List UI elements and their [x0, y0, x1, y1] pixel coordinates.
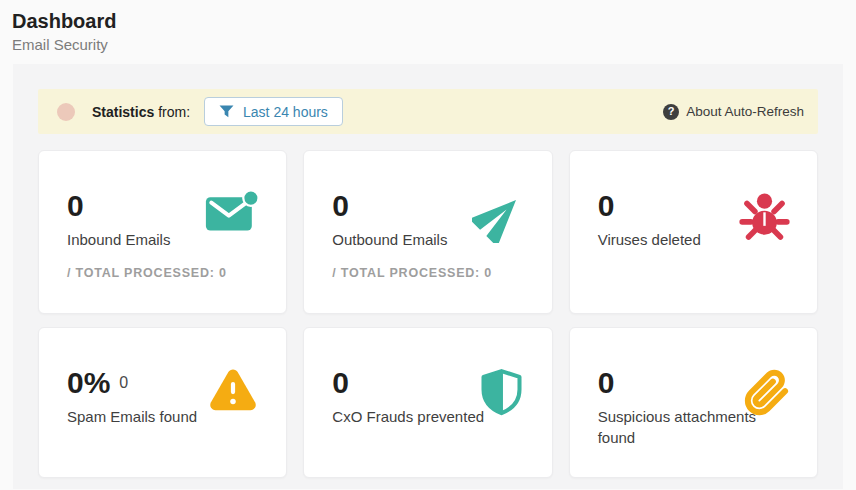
spam-percent-value: 0%: [67, 368, 110, 398]
inbound-emails-value: 0: [67, 191, 84, 221]
page-subtitle: Email Security: [12, 36, 844, 53]
stat-card-cxo-frauds: 0 CxO Frauds prevented: [303, 327, 552, 478]
statistics-label: Statistics from:: [92, 104, 190, 120]
paper-plane-icon: [472, 190, 525, 243]
time-range-label: Last 24 hours: [243, 104, 328, 120]
cxo-frauds-label: CxO Frauds prevented: [332, 406, 500, 427]
suspicious-attachments-label: Suspicious attachments found: [598, 406, 766, 448]
stat-card-suspicious-attachments: 0 Suspicious attachments found: [569, 327, 818, 478]
cxo-frauds-value: 0: [332, 368, 349, 398]
envelope-icon: [205, 190, 259, 235]
statistics-label-bold: Statistics: [92, 104, 154, 120]
stat-card-viruses-deleted: 0 Viruses deleted: [569, 150, 818, 314]
stat-cards-grid: 0 Inbound Emails / TOTAL PROCESSED: 0 0 …: [38, 150, 818, 478]
outbound-total-processed: / TOTAL PROCESSED: 0: [332, 266, 525, 280]
outbound-emails-value: 0: [332, 191, 349, 221]
shield-icon: [478, 367, 525, 417]
warning-triangle-icon: [207, 367, 259, 414]
bug-icon: [739, 190, 790, 241]
status-indicator-dot: [57, 103, 75, 121]
statistics-bar: Statistics from: Last 24 hours ? About A…: [38, 89, 818, 134]
suspicious-attachments-value: 0: [598, 368, 615, 398]
stat-card-outbound-emails: 0 Outbound Emails / TOTAL PROCESSED: 0: [303, 150, 552, 314]
question-circle-icon: ?: [663, 104, 679, 120]
inbound-total-processed: / TOTAL PROCESSED: 0: [67, 266, 260, 280]
dashboard-panel: Statistics from: Last 24 hours ? About A…: [13, 64, 843, 489]
about-auto-refresh-label: About Auto-Refresh: [686, 104, 804, 119]
page-header: Dashboard Email Security: [0, 0, 856, 53]
statistics-label-rest: from:: [154, 104, 190, 120]
spam-count-value: 0: [119, 374, 128, 392]
about-auto-refresh-link[interactable]: ? About Auto-Refresh: [663, 104, 804, 120]
page-title: Dashboard: [12, 9, 844, 33]
paperclip-icon: [744, 367, 790, 419]
stat-card-spam-emails: 0% 0 Spam Emails found: [38, 327, 287, 478]
viruses-deleted-value: 0: [598, 191, 615, 221]
filter-funnel-icon: [219, 105, 234, 118]
stat-card-inbound-emails: 0 Inbound Emails / TOTAL PROCESSED: 0: [38, 150, 287, 314]
time-range-filter-button[interactable]: Last 24 hours: [204, 97, 343, 126]
